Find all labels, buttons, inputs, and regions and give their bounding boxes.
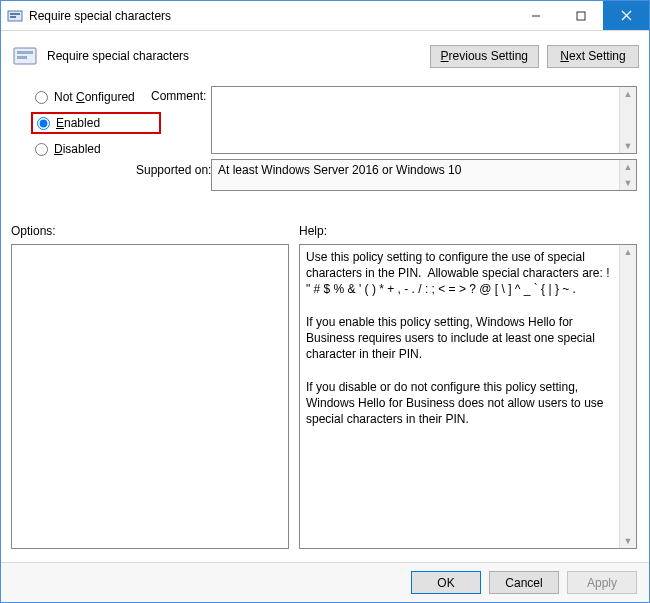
scrollbar[interactable]: ▲ ▼ — [619, 160, 636, 190]
previous-setting-button[interactable]: Previous Setting — [430, 45, 539, 68]
radio-disabled-input[interactable] — [35, 143, 48, 156]
dialog-content: Require special characters Previous Sett… — [1, 31, 649, 602]
cancel-button[interactable]: Cancel — [489, 571, 559, 594]
minimize-button[interactable] — [513, 1, 558, 30]
supported-on-label: Supported on: — [136, 163, 211, 177]
svg-rect-1 — [10, 13, 20, 15]
radio-disabled-label: Disabled — [54, 142, 101, 156]
scrollbar[interactable]: ▲ ▼ — [619, 245, 636, 548]
window-controls — [513, 1, 649, 30]
scrollbar[interactable]: ▲ ▼ — [619, 87, 636, 153]
options-panel — [11, 244, 289, 549]
window-title: Require special characters — [29, 9, 513, 23]
radio-not-configured-input[interactable] — [35, 91, 48, 104]
comment-field[interactable] — [212, 87, 619, 153]
policy-icon — [11, 44, 39, 68]
scroll-up-icon: ▲ — [620, 160, 636, 174]
radio-enabled-label: Enabled — [56, 116, 100, 130]
svg-rect-9 — [17, 56, 27, 59]
svg-rect-4 — [577, 12, 585, 20]
scroll-up-icon: ▲ — [620, 87, 636, 101]
radio-not-configured-label: Not Configured — [54, 90, 135, 104]
radio-disabled[interactable]: Disabled — [31, 138, 161, 160]
radio-not-configured[interactable]: Not Configured — [31, 86, 161, 108]
state-radio-group: Not Configured Enabled Disabled — [31, 86, 161, 164]
supported-on-field-container: At least Windows Server 2016 or Windows … — [211, 159, 637, 191]
comment-field-container: ▲ ▼ — [211, 86, 637, 154]
scroll-down-icon: ▼ — [620, 176, 636, 190]
ok-button[interactable]: OK — [411, 571, 481, 594]
radio-enabled[interactable]: Enabled — [31, 112, 161, 134]
scroll-down-icon: ▼ — [620, 139, 636, 153]
scroll-down-icon: ▼ — [620, 534, 636, 548]
maximize-button[interactable] — [558, 1, 603, 30]
options-label: Options: — [11, 224, 56, 238]
supported-on-value: At least Windows Server 2016 or Windows … — [212, 160, 619, 190]
help-text: Use this policy setting to configure the… — [300, 245, 619, 548]
radio-enabled-input[interactable] — [37, 117, 50, 130]
policy-title: Require special characters — [47, 49, 422, 63]
comment-label: Comment: — [151, 89, 206, 103]
footer: OK Cancel Apply — [1, 562, 649, 602]
apply-button: Apply — [567, 571, 637, 594]
next-setting-button[interactable]: Next Setting — [547, 45, 639, 68]
title-bar: Require special characters — [1, 1, 649, 31]
close-button[interactable] — [603, 1, 649, 30]
scroll-up-icon: ▲ — [620, 245, 636, 259]
help-panel: Use this policy setting to configure the… — [299, 244, 637, 549]
header-row: Require special characters Previous Sett… — [11, 41, 639, 71]
policy-icon — [7, 8, 23, 24]
svg-rect-2 — [10, 16, 16, 18]
svg-rect-8 — [17, 51, 33, 54]
help-label: Help: — [299, 224, 327, 238]
